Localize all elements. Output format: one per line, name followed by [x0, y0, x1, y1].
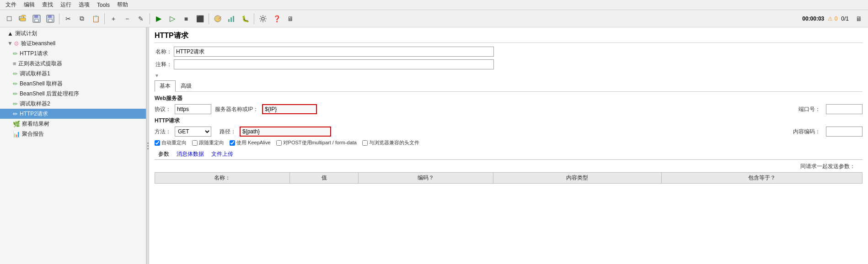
auto-redirect-checkbox[interactable]: 自动重定向 [155, 139, 187, 146]
col-content-type: 内容类型 [493, 173, 661, 184]
use-keepalive-checkbox[interactable]: 使用 KeepAlive [230, 139, 271, 146]
http-request-section-label: HTTP请求 [155, 117, 863, 125]
stop-button[interactable]: ■ [180, 12, 193, 25]
http-request-row: 方法： GET POST PUT DELETE PATCH HEAD OPTIO… [155, 127, 863, 137]
run-from-start-button[interactable]: ▷ [166, 12, 179, 25]
menu-file[interactable]: 文件 [2, 0, 20, 10]
web-server-label: Web服务器 [155, 95, 863, 102]
run-button[interactable]: ▶ [152, 12, 165, 25]
warning-icon: ⚠ [828, 16, 833, 22]
sidebar-item-regex-extractor[interactable]: ≡ 正则表达式提取器 [0, 58, 146, 69]
use-keepalive-label: 使用 KeepAlive [236, 139, 271, 146]
sidebar-item-test-plan[interactable]: ▲ 测试计划 [0, 28, 146, 38]
sidebar-item-debug-sampler2[interactable]: ✏ 调试取样器2 [0, 99, 146, 109]
svg-rect-6 [48, 15, 52, 18]
stop-all-button[interactable]: ⬛ [193, 12, 206, 25]
comment-label: 注释： [155, 61, 172, 69]
svg-rect-12 [233, 16, 234, 22]
browser-compat-label: 与浏览器兼容的头文件 [369, 139, 419, 146]
content-encode-input[interactable] [826, 127, 863, 137]
group-icon: ⚙ [14, 40, 19, 47]
path-label: 路径： [220, 128, 236, 136]
menu-find[interactable]: 查找 [38, 0, 57, 10]
use-multipart-input[interactable] [276, 140, 282, 146]
follow-redirect-checkbox[interactable]: 跟随重定向 [192, 139, 224, 146]
sidebar-item-view-results-tree[interactable]: 🌿 察看结果树 [0, 119, 146, 129]
protocol-label: 协议： [155, 106, 171, 113]
server-ip-input[interactable] [262, 104, 317, 114]
bug-button[interactable]: 🐛 [239, 12, 252, 25]
cut-button[interactable]: ✂ [62, 12, 75, 25]
settings-button[interactable] [257, 12, 269, 25]
menubar: 文件 编辑 查找 运行 选项 Tools 帮助 [0, 0, 868, 10]
svg-rect-10 [228, 19, 230, 22]
new-button[interactable]: ☐ [3, 12, 16, 25]
params-tab-files[interactable]: 文件上传 [208, 149, 237, 159]
sampler-icon-1: ✏ [13, 50, 18, 57]
group-arrow: ▼ [7, 40, 13, 47]
sidebar-item-beanshell-postprocessor[interactable]: ✏ BeanShell 后置处理程序 [0, 89, 146, 99]
server-name-label: 服务器名称或IP： [215, 106, 258, 113]
edit-button[interactable]: ✎ [134, 12, 147, 25]
sidebar-item-http1-request[interactable]: ✏ HTTP1请求 [0, 48, 146, 58]
sidebar-item-debug-sampler1[interactable]: ✏ 调试取样器1 [0, 69, 146, 79]
clear-button[interactable]: 🧹 [211, 12, 224, 25]
sampler-icon-3: ✏ [13, 80, 18, 87]
resize-dot-3 [147, 148, 149, 149]
use-multipart-checkbox[interactable]: 对POST使用multipart / form-data [276, 139, 357, 146]
path-input[interactable] [240, 127, 331, 137]
save-as-button[interactable] [44, 12, 57, 25]
paste-button[interactable]: 📋 [89, 12, 102, 25]
params-tabs: 参数 消息体数据 文件上传 [155, 149, 863, 160]
browser-compat-input[interactable] [362, 140, 368, 146]
protocol-input[interactable] [175, 104, 211, 114]
sidebar-item-beanshell-sampler[interactable]: ✏ BeanShell 取样器 [0, 79, 146, 89]
name-input[interactable] [174, 47, 494, 57]
copy-button[interactable]: ⧉ [75, 12, 88, 25]
remove-button[interactable]: − [121, 12, 134, 25]
expand-arrow: ▼ [155, 73, 159, 78]
tab-advanced[interactable]: 高级 [176, 80, 197, 91]
web-server-row: 协议： 服务器名称或IP： 端口号： [155, 104, 863, 114]
menu-help[interactable]: 帮助 [113, 0, 132, 10]
col-include-equals: 包含等于？ [661, 173, 862, 184]
help-button[interactable]: ❓ [270, 12, 283, 25]
follow-redirect-input[interactable] [192, 140, 198, 146]
menu-options[interactable]: 选项 [75, 0, 93, 10]
comment-row: 注释： [155, 59, 863, 69]
menu-tools[interactable]: Tools [93, 1, 113, 9]
content-encode-label: 内容编码： [793, 128, 820, 136]
menu-run[interactable]: 运行 [57, 0, 75, 10]
params-table: 名称： 值 编码？ 内容类型 包含等于？ [155, 172, 863, 184]
port-input[interactable] [826, 104, 863, 114]
main-layout: ▲ 测试计划 ▼ ⚙ 验证beanshell ✏ HTTP1请求 ≡ 正则表达式… [0, 27, 868, 264]
method-select[interactable]: GET POST PUT DELETE PATCH HEAD OPTIONS [175, 127, 211, 137]
port-label: 端口号： [798, 106, 820, 113]
params-tab-body[interactable]: 消息体数据 [173, 149, 208, 159]
use-keepalive-input[interactable] [230, 140, 235, 146]
save-button[interactable] [30, 12, 43, 25]
analyze-button[interactable] [225, 12, 238, 25]
add-button[interactable]: + [107, 12, 120, 25]
browser-compat-checkbox[interactable]: 与浏览器兼容的头文件 [362, 139, 419, 146]
sidebar-item-http2-request[interactable]: ✏ HTTP2请求 [0, 109, 146, 119]
col-value: 值 [289, 173, 358, 184]
svg-rect-7 [48, 19, 52, 22]
name-row: 名称： [155, 47, 863, 57]
menu-edit[interactable]: 编辑 [20, 0, 38, 10]
content-area: HTTP请求 名称： 注释： ▼ 基本 高级 Web服务器 协议： 服务器名称或… [149, 27, 868, 264]
auto-redirect-input[interactable] [155, 140, 160, 146]
monitor-button[interactable]: 🖥 [852, 12, 865, 25]
tab-basic[interactable]: 基本 [155, 80, 176, 92]
open-button[interactable] [16, 12, 29, 25]
basic-advanced-tabs: 基本 高级 [155, 80, 863, 92]
sidebar-item-verify-beanshell[interactable]: ▼ ⚙ 验证beanshell [0, 38, 146, 48]
test-plan-icon: ▲ [7, 30, 13, 37]
processor-icon: ✏ [13, 90, 18, 97]
svg-rect-4 [35, 19, 38, 22]
params-tab-params[interactable]: 参数 [155, 149, 173, 159]
comment-input[interactable] [174, 59, 494, 69]
remote-button[interactable]: 🖥 [284, 12, 297, 25]
sidebar-item-aggregate-report[interactable]: 📊 聚合报告 [0, 129, 146, 139]
send-params-label-container: 同请求一起发送参数： [155, 163, 863, 170]
